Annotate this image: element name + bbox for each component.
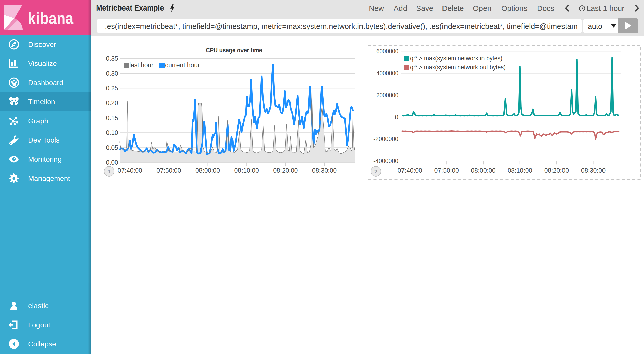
- svg-text:07:50:00: 07:50:00: [156, 167, 181, 174]
- svg-text:1: 1: [108, 168, 111, 175]
- svg-text:-2000000: -2000000: [373, 135, 398, 143]
- svg-text:08:30:00: 08:30:00: [581, 167, 606, 174]
- svg-text:0.05: 0.05: [106, 144, 118, 151]
- svg-text:4000000: 4000000: [376, 69, 398, 77]
- svg-text:last hour: last hour: [129, 61, 153, 69]
- svg-text:q:* > max(system.network.in.by: q:* > max(system.network.in.bytes): [410, 55, 502, 62]
- svg-text:0.00: 0.00: [106, 159, 118, 166]
- svg-text:0.15: 0.15: [106, 114, 118, 121]
- svg-text:08:30:00: 08:30:00: [312, 167, 337, 174]
- svg-text:08:20:00: 08:20:00: [273, 167, 298, 174]
- svg-text:08:00:00: 08:00:00: [195, 167, 220, 174]
- svg-text:6000000: 6000000: [376, 48, 398, 55]
- svg-text:current hour: current hour: [165, 61, 200, 69]
- svg-text:0.35: 0.35: [106, 55, 118, 62]
- svg-text:CPU usage over time: CPU usage over time: [206, 47, 262, 54]
- svg-text:07:40:00: 07:40:00: [118, 167, 142, 174]
- svg-text:07:40:00: 07:40:00: [398, 167, 422, 174]
- svg-text:08:10:00: 08:10:00: [508, 167, 532, 174]
- svg-text:08:10:00: 08:10:00: [234, 167, 259, 174]
- svg-text:0.25: 0.25: [106, 85, 118, 92]
- svg-text:0: 0: [395, 114, 398, 121]
- svg-text:2: 2: [374, 168, 377, 175]
- svg-text:2000000: 2000000: [376, 92, 398, 99]
- svg-text:0.20: 0.20: [106, 99, 118, 107]
- svg-text:-4000000: -4000000: [373, 157, 398, 164]
- svg-text:q:* > max(system.network.out.b: q:* > max(system.network.out.bytes): [410, 64, 506, 71]
- svg-text:07:50:00: 07:50:00: [434, 167, 459, 174]
- svg-text:08:00:00: 08:00:00: [471, 167, 495, 174]
- svg-text:0.10: 0.10: [106, 129, 118, 136]
- svg-text:08:20:00: 08:20:00: [544, 167, 569, 174]
- svg-text:0.30: 0.30: [106, 70, 118, 77]
